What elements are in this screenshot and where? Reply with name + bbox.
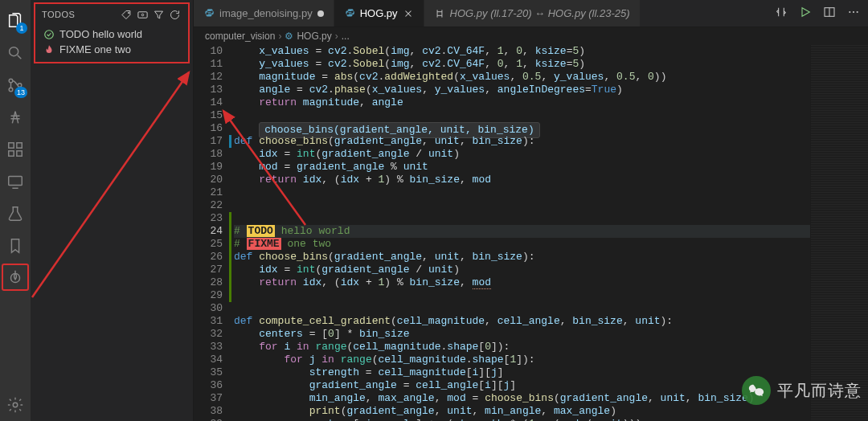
diff-icon xyxy=(434,8,445,19)
filter-icon[interactable] xyxy=(151,7,166,22)
code-line[interactable]: idx = int(gradient_angle / unit) xyxy=(234,264,810,276)
line-gutter: 1011121314151617181920212223242526272829… xyxy=(194,45,234,421)
editor-tab[interactable]: HOG.py xyxy=(334,0,424,27)
svg-point-10 xyxy=(128,12,129,14)
svg-point-12 xyxy=(141,14,144,16)
todo-label: TODO hello world xyxy=(59,28,142,40)
watermark-text: 平凡而诗意 xyxy=(777,380,862,402)
editor-tab[interactable]: image_denoising.py xyxy=(194,0,334,27)
editor-body[interactable]: 1011121314151617181920212223242526272829… xyxy=(194,45,868,421)
todo-tree-icon[interactable] xyxy=(2,264,29,291)
svg-rect-5 xyxy=(17,143,22,148)
explorer-badge: 1 xyxy=(16,22,27,34)
svg-rect-4 xyxy=(9,143,14,148)
more-icon[interactable] xyxy=(847,6,860,21)
explorer-icon[interactable]: 1 xyxy=(0,5,31,37)
code-line[interactable]: strength = cell_magnitude[i][j] xyxy=(234,366,810,379)
breadcrumb-part[interactable]: ... xyxy=(342,31,350,42)
code-line[interactable]: mod = gradient_angle % unit xyxy=(234,161,810,174)
python-icon xyxy=(344,8,355,19)
dirty-indicator-icon xyxy=(317,10,324,17)
code-line[interactable]: centers[min_angle] += (strength * (1 - (… xyxy=(234,418,810,421)
scm-badge: 13 xyxy=(14,87,27,98)
code-line[interactable]: gradient_angle = cell_angle[i][j] xyxy=(234,379,810,392)
breadcrumbs[interactable]: computer_vision › ⚙ HOG.py › ... xyxy=(194,27,868,45)
code-line[interactable]: def choose_bins(gradient_angle, unit, bi… xyxy=(234,135,810,148)
todos-header: TODOS xyxy=(35,4,188,27)
svg-rect-8 xyxy=(9,177,23,186)
svg-rect-6 xyxy=(9,151,14,156)
test-icon[interactable] xyxy=(0,198,31,230)
split-editor-icon[interactable] xyxy=(823,6,836,21)
code-line[interactable]: return magnitude, angle xyxy=(234,96,810,109)
tab-label: HOG.py (ll.17-20) ↔ HOG.py (ll.23-25) xyxy=(450,7,630,19)
code-line[interactable]: # TODO hello world xyxy=(234,225,810,238)
code-line[interactable] xyxy=(234,186,810,199)
tab-label: HOG.py xyxy=(360,7,398,19)
close-icon[interactable] xyxy=(403,8,414,19)
svg-rect-11 xyxy=(137,11,146,18)
todos-panel: TODOS TODO hello worldFIXME one two xyxy=(34,2,190,63)
python-icon xyxy=(203,8,215,19)
todo-label: FIXME one two xyxy=(59,43,131,55)
code-line[interactable]: print(gradient_angle, unit, min_angle, m… xyxy=(234,405,810,418)
todos-title: TODOS xyxy=(42,10,117,19)
refresh-icon[interactable] xyxy=(167,7,182,22)
svg-point-15 xyxy=(849,11,850,13)
side-panel: TODOS TODO hello worldFIXME one two xyxy=(31,0,194,421)
view-icon[interactable] xyxy=(135,7,149,22)
code-line[interactable]: for j in range(cell_magnitude.shape[1]): xyxy=(234,354,810,366)
todo-item[interactable]: TODO hello world xyxy=(35,27,188,42)
editor-actions xyxy=(767,0,868,27)
code-line[interactable] xyxy=(234,212,810,225)
editor-tab[interactable]: HOG.py (ll.17-20) ↔ HOG.py (ll.23-25) xyxy=(424,0,641,27)
code-line[interactable]: centers = [0] * bin_size xyxy=(234,328,810,341)
editor-tabs: image_denoising.pyHOG.pyHOG.py (ll.17-20… xyxy=(194,0,868,27)
code-line[interactable] xyxy=(234,109,810,122)
code-area[interactable]: x_values = cv2.Sobel(img, cv2.CV_64F, 1,… xyxy=(234,45,810,421)
code-line[interactable]: magnitude = abs(cv2.addWeighted(x_values… xyxy=(234,71,810,84)
code-line[interactable] xyxy=(234,302,810,315)
todo-item[interactable]: FIXME one two xyxy=(35,42,188,57)
bookmarks-icon[interactable] xyxy=(0,230,31,262)
code-line[interactable] xyxy=(234,199,810,212)
minimap[interactable] xyxy=(810,45,868,421)
code-line[interactable]: return idx, (idx + 1) % bin_size, mod xyxy=(234,174,810,186)
code-line[interactable]: def compute_cell_gradient(cell_magnitude… xyxy=(234,315,810,328)
code-line[interactable] xyxy=(234,289,810,302)
activity-bar: 1 13 xyxy=(0,0,31,421)
wechat-icon xyxy=(742,376,771,405)
code-line[interactable]: x_values = cv2.Sobel(img, cv2.CV_64F, 1,… xyxy=(234,45,810,58)
svg-point-2 xyxy=(9,88,13,92)
code-line[interactable]: y_values = cv2.Sobel(img, cv2.CV_64F, 0,… xyxy=(234,58,810,71)
code-line[interactable]: for i in range(cell_magnitude.shape[0]): xyxy=(234,341,810,354)
svg-point-1 xyxy=(9,79,13,83)
remote-icon[interactable] xyxy=(0,166,31,198)
tag-icon[interactable] xyxy=(119,7,133,22)
code-line[interactable]: # FIXME one two xyxy=(234,238,810,251)
breadcrumb-part[interactable]: HOG.py xyxy=(297,31,331,42)
svg-rect-7 xyxy=(17,151,22,156)
compare-changes-icon[interactable] xyxy=(775,6,788,21)
breadcrumb-part[interactable]: computer_vision xyxy=(205,31,275,42)
svg-point-0 xyxy=(10,47,18,56)
watermark: 平凡而诗意 xyxy=(742,376,862,405)
code-line[interactable]: return idx, (idx + 1) % bin_size, mod xyxy=(234,276,810,289)
extensions-icon[interactable] xyxy=(0,133,31,166)
flame-icon xyxy=(43,44,55,55)
svg-point-16 xyxy=(853,11,854,13)
code-line[interactable]: def choose_bins(gradient_angle, unit, bi… xyxy=(234,251,810,264)
code-line[interactable]: min_angle, max_angle, mod = choose_bins(… xyxy=(234,392,810,405)
editor-area: image_denoising.pyHOG.pyHOG.py (ll.17-20… xyxy=(194,0,868,421)
search-icon[interactable] xyxy=(0,37,31,69)
source-control-icon[interactable]: 13 xyxy=(0,69,31,101)
debug-icon[interactable] xyxy=(0,101,31,133)
tab-label: image_denoising.py xyxy=(219,7,313,19)
svg-point-9 xyxy=(13,403,18,407)
code-line[interactable]: angle = cv2.phase(x_values, y_values, an… xyxy=(234,84,810,96)
run-icon[interactable] xyxy=(799,6,812,21)
svg-point-17 xyxy=(857,11,858,13)
code-line[interactable]: idx = int(gradient_angle / unit) xyxy=(234,148,810,161)
code-line[interactable]: choose_bins(gradient_angle, unit, bin_si… xyxy=(234,122,810,135)
settings-gear-icon[interactable] xyxy=(0,389,31,421)
